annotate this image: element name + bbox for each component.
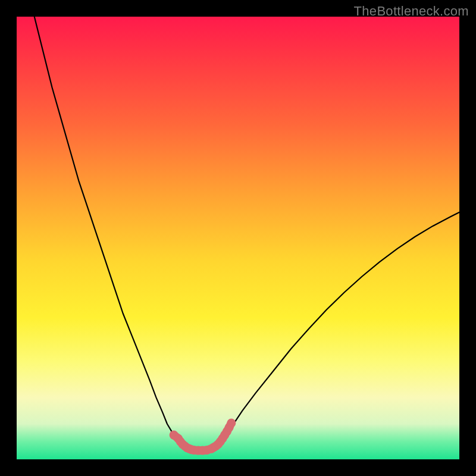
marker-bead: [227, 418, 236, 427]
bottleneck-curve: [35, 17, 459, 450]
curve-layer: [17, 17, 459, 459]
watermark-text: TheBottleneck.com: [354, 4, 469, 19]
plot-area: [17, 17, 459, 459]
chart-frame: TheBottleneck.com: [0, 0, 476, 476]
